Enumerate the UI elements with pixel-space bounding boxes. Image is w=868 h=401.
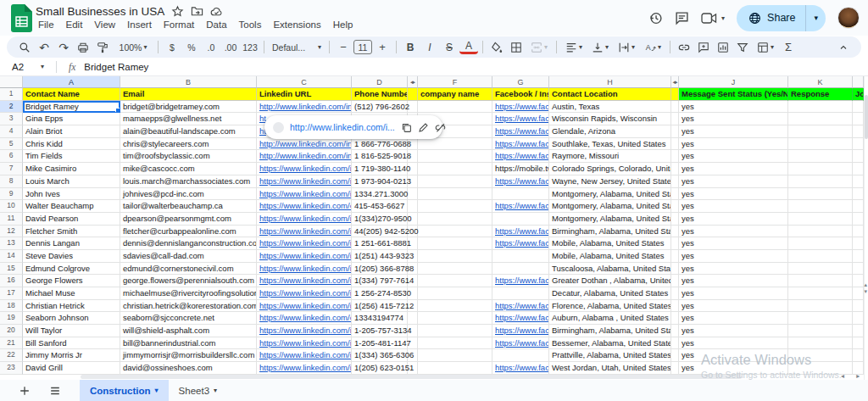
- header-cell[interactable]: [671, 88, 679, 101]
- cell-C12[interactable]: https://www.linkedin.com/i: [257, 226, 352, 238]
- cell-H21[interactable]: Bessemer, Alabama, United States: [549, 337, 671, 350]
- text-color-button[interactable]: A: [459, 40, 478, 54]
- cell-K20[interactable]: [788, 325, 853, 337]
- document-title[interactable]: Small Businesses in USA: [36, 5, 164, 18]
- cell-K8[interactable]: [788, 175, 853, 188]
- row-header-4[interactable]: 4: [0, 125, 23, 138]
- hidden-column-cell[interactable]: [671, 349, 679, 362]
- fill-color-icon[interactable]: [487, 38, 506, 56]
- cell-x20[interactable]: [853, 325, 864, 337]
- cell-x10[interactable]: [853, 200, 864, 213]
- cell-D18[interactable]: 1(256) 415-7212: [352, 300, 408, 313]
- cell-F9[interactable]: [418, 188, 492, 201]
- header-cell[interactable]: Email: [120, 88, 257, 101]
- menu-view[interactable]: View: [88, 18, 121, 31]
- linkedin-link[interactable]: https://www.linkedin.com/i: [259, 238, 352, 248]
- vertical-scrollbar-thumb[interactable]: [865, 95, 868, 139]
- cell-F21[interactable]: [418, 337, 492, 350]
- borders-icon[interactable]: [507, 38, 526, 56]
- sheet-tab-sheet3[interactable]: Sheet3▾: [169, 380, 227, 401]
- linkedin-link[interactable]: http://www.linkedin.com/in: [259, 102, 352, 111]
- cell-K6[interactable]: [788, 150, 853, 163]
- hidden-column-cell[interactable]: [671, 287, 679, 300]
- cell-C5[interactable]: http://www.linkedin.com/in: [257, 138, 352, 151]
- insert-link-icon[interactable]: [675, 38, 693, 56]
- cell-H10[interactable]: Montgomery, Alabama, United States: [549, 200, 671, 213]
- row-header-23[interactable]: 23: [0, 362, 23, 375]
- hidden-column-cell[interactable]: [671, 250, 679, 263]
- cell-B10[interactable]: tailor@walterbeauchamp.ca: [120, 200, 257, 213]
- formula-input[interactable]: Bridget Ramey: [84, 62, 148, 72]
- cell-H14[interactable]: Mobile, Alabama, United States: [549, 250, 671, 263]
- cell-H3[interactable]: Wisconsin Rapids, Wisconsin: [549, 113, 671, 125]
- cell-H7[interactable]: Colorado Springs, Colorado, United: [549, 163, 671, 175]
- fb-link[interactable]: https://www.fac: [495, 114, 549, 123]
- linkedin-link[interactable]: https://www.linkedin.com/i: [259, 214, 352, 223]
- hidden-column-cell[interactable]: [671, 200, 679, 213]
- row-header-2[interactable]: 2: [0, 101, 23, 114]
- cell-C6[interactable]: http://www.linkedin.com/in: [257, 150, 352, 163]
- cell-B15[interactable]: edmund@cornerstonecivil.com: [120, 263, 257, 276]
- cell-C7[interactable]: https://www.linkedin.com/i: [257, 163, 352, 175]
- linkedin-link[interactable]: https://www.linkedin.com/i: [259, 226, 352, 236]
- cell-H20[interactable]: Birmingham, Alabama, United States: [549, 325, 671, 337]
- menu-extensions[interactable]: Extensions: [267, 18, 326, 31]
- hidden-column-cell[interactable]: [671, 175, 679, 188]
- linkedin-link[interactable]: https://www.linkedin.com/i: [259, 164, 352, 173]
- hidden-column-cell[interactable]: [671, 138, 679, 151]
- hidden-column-marker[interactable]: ◂▸: [671, 76, 679, 88]
- menu-data[interactable]: Data: [200, 18, 232, 31]
- increase-decimal-button[interactable]: .00: [221, 38, 240, 56]
- star-icon[interactable]: [171, 5, 184, 18]
- hidden-column-cell[interactable]: [671, 101, 679, 114]
- cell-C21[interactable]: https://www.linkedin.com/i: [257, 337, 352, 350]
- cell-B17[interactable]: michaelmuse@rivercityroofingsolutior: [120, 287, 257, 300]
- cell-G17[interactable]: [492, 287, 549, 300]
- cell-F23[interactable]: [418, 362, 492, 375]
- cell-D11[interactable]: 1(334)270-9500: [352, 213, 408, 226]
- cell-G19[interactable]: https://www.fac: [492, 312, 549, 325]
- cell-D16[interactable]: 1(334) 797-7614: [352, 275, 408, 287]
- cell-G3[interactable]: https://www.fac: [492, 113, 549, 125]
- cell-x5[interactable]: [853, 138, 864, 151]
- cell-H15[interactable]: Tuscaloosa, Alabama, United States: [549, 263, 671, 276]
- linkedin-link[interactable]: https://www.linkedin.com/i: [259, 363, 352, 372]
- cell-C17[interactable]: https://www.linkedin.com/i: [257, 287, 352, 300]
- cell-H2[interactable]: Austin, Texas: [549, 101, 671, 114]
- cell-G6[interactable]: https://www.fac: [492, 150, 549, 163]
- cell-K10[interactable]: [788, 200, 853, 213]
- cell-G7[interactable]: https://mobile.tw: [492, 163, 549, 175]
- cell-H17[interactable]: Decatur, Alabama, United States: [549, 287, 671, 300]
- hidden-column-cell[interactable]: [671, 150, 679, 163]
- horizontal-align-icon[interactable]: ▾: [561, 38, 587, 56]
- cell-K12[interactable]: [788, 226, 853, 238]
- cell-F11[interactable]: [418, 213, 492, 226]
- cell-J7[interactable]: yes: [679, 163, 788, 175]
- cell-x19[interactable]: [853, 312, 864, 325]
- cell-K2[interactable]: [788, 101, 853, 114]
- row-header-11[interactable]: 11: [0, 213, 23, 226]
- menu-format[interactable]: Format: [158, 18, 200, 31]
- hidden-column-cell[interactable]: [671, 113, 679, 125]
- cell-G11[interactable]: [492, 213, 549, 226]
- fb-link[interactable]: https://www.fac: [495, 301, 549, 310]
- cell-B4[interactable]: alain@beautiful-landscape.com: [120, 125, 257, 138]
- cell-B16[interactable]: george.flowers@perennialsouth.com: [120, 275, 257, 287]
- cell-D15[interactable]: 1(205) 366-8788: [352, 263, 408, 276]
- vertical-align-icon[interactable]: ▾: [587, 38, 613, 56]
- cell-G4[interactable]: https://www.fac: [492, 125, 549, 138]
- cell-K17[interactable]: [788, 287, 853, 300]
- zoom-select[interactable]: 100%▾: [113, 38, 153, 56]
- undo-icon[interactable]: ↶: [35, 38, 53, 56]
- cell-C22[interactable]: https://www.linkedin.com/i: [257, 349, 352, 362]
- hidden-column-cell[interactable]: [671, 263, 679, 276]
- sheet-tab-construction[interactable]: Construction▾: [80, 380, 169, 401]
- fb-link[interactable]: https://www.fac: [495, 326, 549, 335]
- horizontal-scrollbar-arrows[interactable]: ◂ ▸: [841, 372, 865, 380]
- cell-F7[interactable]: [418, 163, 492, 175]
- cell-x11[interactable]: [853, 213, 864, 226]
- cell-K14[interactable]: [788, 250, 853, 263]
- cell-C18[interactable]: https://www.linkedin.com/i: [257, 300, 352, 313]
- bold-button[interactable]: B: [401, 38, 420, 56]
- font-size-input[interactable]: 11: [353, 40, 372, 54]
